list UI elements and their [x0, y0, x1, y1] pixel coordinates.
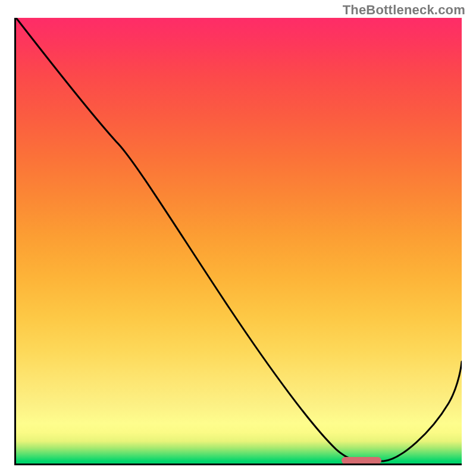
curve-path: [16, 18, 462, 461]
chart-plot-area: [14, 18, 462, 465]
bottleneck-curve-line: [16, 18, 462, 464]
watermark-text: TheBottleneck.com: [343, 2, 465, 18]
low-zone-marker: [342, 457, 381, 464]
